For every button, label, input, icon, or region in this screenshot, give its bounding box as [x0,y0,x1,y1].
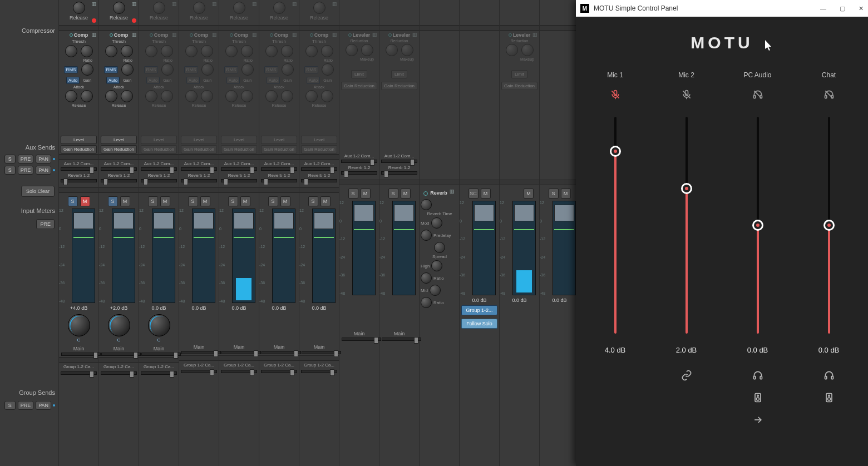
mute-button[interactable]: M [524,189,534,199]
aux-s-button-2[interactable]: S [4,166,16,175]
release-knob[interactable] [233,2,245,14]
leveler-gr-button[interactable]: Gain Reduction [501,82,537,90]
ratio-knob[interactable] [81,45,93,57]
thresh-knob[interactable] [105,45,117,57]
group-assign-button[interactable]: Group 1-2... [461,305,497,315]
leveler-gr-button[interactable]: Gain Reduction [381,82,417,90]
main-send-slider[interactable] [141,353,181,356]
aux-send-2-slider[interactable] [61,179,97,182]
plugin-icon[interactable]: ▥ [332,32,338,37]
auto-toggle[interactable]: Auto [66,77,80,84]
release-knob2[interactable] [281,90,293,102]
release-knob[interactable] [193,2,205,14]
main-send-slider[interactable] [101,353,141,356]
group-pan-button[interactable]: PAN [36,401,51,410]
main-send-slider[interactable] [262,351,301,354]
auto-toggle[interactable]: Auto [307,77,320,84]
thresh-knob[interactable] [225,45,238,57]
group-send-slider[interactable] [101,371,137,375]
rms-toggle[interactable]: RMS [224,66,239,73]
gain-knob[interactable] [121,63,134,76]
mute-button[interactable]: M [160,196,170,206]
attack-knob[interactable] [185,90,198,102]
main-send-slider[interactable] [342,338,381,341]
group-send-slider[interactable] [141,371,177,375]
plugin-icon[interactable]: ▥ [172,32,177,37]
thresh-knob[interactable] [185,45,198,57]
release-knob2[interactable] [81,90,93,102]
rms-toggle[interactable]: RMS [304,66,319,73]
mid-knob[interactable] [430,285,441,296]
rms-toggle[interactable]: RMS [104,66,119,73]
level-button[interactable]: Level [141,136,177,144]
attack-knob[interactable] [265,90,278,102]
pan-knob[interactable] [108,314,130,336]
main-send-slider[interactable] [221,351,261,354]
link-icon[interactable] [681,370,692,381]
main-send-slider[interactable] [302,351,341,354]
reduction-knob[interactable] [506,44,518,56]
power-icon[interactable] [388,33,392,37]
plugin-icon[interactable]: ▥ [332,1,338,7]
group-send-slider[interactable] [181,370,217,373]
power-icon[interactable] [150,33,153,37]
channel-meter[interactable] [312,209,336,303]
auto-toggle[interactable]: Auto [106,77,120,84]
aux-send-1-slider[interactable] [261,167,297,171]
main-send-slider[interactable] [382,338,421,341]
group-pre-button[interactable]: PRE [18,401,34,410]
plugin-icon[interactable]: ▥ [532,32,538,37]
level-button[interactable]: Level [61,136,97,144]
solo-button[interactable]: S [388,189,398,199]
aux-pre-button[interactable]: PRE [18,155,34,163]
mute-button[interactable]: M [481,189,491,199]
limit-button[interactable]: Limit [391,70,407,78]
solo-button[interactable]: S [268,196,278,206]
aux-send-1-slider[interactable] [141,167,177,171]
group-send-slider[interactable] [261,370,297,373]
speaker-icon[interactable] [752,392,763,403]
aux-pan-button-2[interactable]: PAN [36,166,51,175]
mute-button[interactable]: M [561,189,571,199]
solo-button[interactable]: S [108,196,118,206]
channel-meter[interactable] [152,209,175,303]
ratio-knob[interactable] [121,45,133,57]
aux-send-2-slider[interactable] [341,171,377,175]
makeup-knob[interactable] [521,44,534,56]
release-knob[interactable] [273,2,285,14]
plugin-icon[interactable]: ▥ [450,189,455,194]
headphones-icon[interactable] [752,370,763,381]
release-knob2[interactable] [121,90,133,102]
aux-send-1-slider[interactable] [341,160,377,163]
solo-button[interactable]: S [148,196,158,206]
plugin-icon[interactable]: ▥ [292,1,298,7]
predelay-knob[interactable] [421,230,432,241]
makeup-knob[interactable] [401,44,413,56]
aux-send-1-slider[interactable] [101,167,137,171]
release-knob2[interactable] [161,90,173,102]
solo-button[interactable]: S [308,196,318,206]
channel-meter[interactable] [352,201,376,295]
plugin-icon[interactable]: ▥ [252,32,258,37]
speaker-icon[interactable] [823,392,835,403]
plugin-icon[interactable]: ▥ [132,1,137,7]
high-ratio-knob[interactable] [421,272,432,284]
plugin-icon[interactable]: ▥ [132,32,137,37]
ratio-knob[interactable] [321,45,333,57]
release-knob2[interactable] [201,90,213,102]
channel-meter[interactable] [392,201,416,295]
aux-send-2-slider[interactable] [101,179,137,182]
level-button[interactable]: Level [221,136,257,144]
leveler-gr-button[interactable]: Gain Reduction [341,82,377,90]
ratio-knob[interactable] [241,45,253,57]
high-knob[interactable] [431,260,442,271]
rms-toggle[interactable]: RMS [264,66,279,73]
gain-knob[interactable] [161,63,174,76]
volume-slider[interactable] [828,117,830,334]
mute-button[interactable]: M [280,196,290,206]
channel-meter[interactable] [112,209,135,303]
group-send-slider[interactable] [221,370,257,373]
power-icon[interactable] [348,33,352,37]
window-titlebar[interactable]: M MOTU Simple Control Panel — ▢ ✕ [576,0,868,17]
gain-reduction-button[interactable]: Gain Reduction [181,145,217,153]
